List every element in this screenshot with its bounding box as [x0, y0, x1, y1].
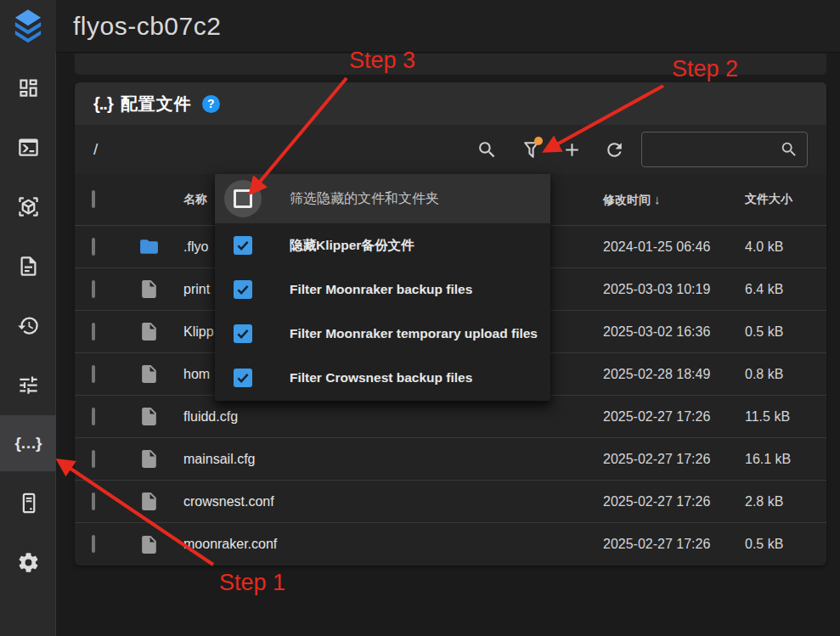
file-icon — [138, 363, 160, 385]
sidebar-item-dashboard[interactable] — [0, 59, 56, 115]
sidebar-item-settings[interactable] — [0, 534, 56, 590]
sidebar-item-system[interactable] — [0, 475, 56, 531]
filter-button[interactable] — [514, 132, 548, 166]
file-size: 11.5 kB — [724, 409, 826, 425]
tune-icon — [17, 374, 40, 397]
column-header-modified[interactable]: 修改时间↓ — [563, 192, 724, 208]
code-braces-icon: {…} — [15, 434, 42, 453]
sidebar-item-console[interactable] — [0, 119, 56, 175]
previous-card-edge — [75, 53, 826, 75]
file-size: 0.8 kB — [724, 367, 826, 382]
check-icon — [235, 282, 251, 297]
row-checkbox[interactable] — [92, 492, 95, 510]
checkbox-checked[interactable] — [234, 280, 252, 299]
menu-item-label: Filter Crowsnest backup files — [290, 370, 472, 386]
file-size: 2.8 kB — [724, 494, 826, 509]
file-name: fluidd.cfg — [172, 409, 563, 425]
refresh-button[interactable] — [597, 132, 631, 166]
search-icon — [780, 140, 798, 159]
check-icon — [235, 238, 251, 253]
checkbox-checked[interactable] — [234, 236, 252, 255]
file-name: crowsnest.conf — [172, 494, 563, 509]
search-box — [641, 132, 808, 167]
code-braces-icon: {..} — [93, 94, 113, 114]
file-modified: 2025-02-27 17:26 — [563, 494, 724, 509]
table-row[interactable]: mainsail.cfg 2025-02-27 17:26 16.1 kB — [75, 438, 826, 481]
column-header-size[interactable]: 文件大小 — [724, 192, 826, 207]
check-icon — [235, 326, 251, 341]
plus-icon — [561, 139, 583, 160]
sidebar-item-configure[interactable]: {…} — [0, 415, 56, 471]
file-name: mainsail.cfg — [172, 452, 563, 467]
sidebar-item-history[interactable] — [0, 297, 56, 353]
file-size: 0.5 kB — [724, 324, 826, 340]
file-icon — [138, 534, 160, 555]
screen: flyos-cb07c2 {…} — [0, 0, 840, 636]
filter-dropdown-menu: 筛选隐藏的文件和文件夹 隐藏Klipper备份文件 Filter Moonrak… — [215, 174, 550, 401]
table-row[interactable]: moonraker.conf 2025-02-27 17:26 0.5 kB — [75, 523, 826, 566]
dashboard-icon — [17, 76, 40, 99]
checkbox-unchecked[interactable] — [234, 189, 252, 208]
app-logo[interactable] — [0, 0, 56, 53]
add-button[interactable] — [555, 132, 589, 166]
select-all-checkbox[interactable] — [92, 190, 95, 208]
menu-item-hide-klipper-backups[interactable]: 隐藏Klipper备份文件 — [215, 223, 550, 267]
file-modified: 2025-02-27 17:26 — [563, 452, 724, 467]
row-checkbox[interactable] — [92, 535, 95, 553]
file-size: 4.0 kB — [724, 239, 826, 255]
file-icon — [138, 279, 160, 300]
menu-item-filter-moonraker-backups[interactable]: Filter Moonraker backup files — [215, 267, 550, 312]
file-name: moonraker.conf — [172, 537, 563, 552]
panel-title: 配置文件 — [121, 93, 192, 115]
row-checkbox[interactable] — [92, 238, 95, 256]
row-checkbox[interactable] — [92, 450, 95, 468]
file-size: 0.5 kB — [724, 537, 826, 552]
panel-header: {..} 配置文件 ? — [75, 82, 826, 125]
page-title: flyos-cb07c2 — [73, 12, 221, 41]
sidebar-item-tune[interactable] — [0, 357, 56, 413]
checkbox-checked[interactable] — [234, 369, 252, 387]
menu-item-label: 筛选隐藏的文件和文件夹 — [290, 190, 439, 208]
search-input[interactable] — [642, 142, 780, 157]
search-button[interactable] — [470, 132, 504, 166]
sidebar-item-jobs[interactable] — [0, 238, 56, 294]
row-checkbox[interactable] — [92, 280, 95, 298]
file-modified: 2025-02-27 17:26 — [563, 409, 724, 425]
file-modified: 2025-02-28 18:49 — [563, 367, 724, 382]
file-document-icon — [17, 255, 40, 278]
layers-logo-icon — [7, 4, 49, 48]
file-size: 16.1 kB — [724, 452, 826, 467]
row-checkbox[interactable] — [92, 408, 95, 425]
console-icon — [17, 136, 40, 159]
file-icon — [138, 448, 160, 470]
row-checkbox[interactable] — [92, 323, 95, 341]
history-icon — [17, 314, 40, 337]
menu-item-filter-hidden[interactable]: 筛选隐藏的文件和文件夹 — [215, 174, 550, 223]
search-icon — [476, 139, 498, 160]
table-row[interactable]: crowsnest.conf 2025-02-27 17:26 2.8 kB — [75, 481, 826, 523]
file-toolbar: / — [75, 125, 826, 174]
sidebar-item-gcode-preview[interactable] — [0, 178, 56, 234]
app-bar: flyos-cb07c2 — [0, 0, 840, 53]
menu-item-label: Filter Moonraker temporary upload files — [290, 326, 538, 341]
server-icon — [17, 492, 40, 515]
folder-icon — [138, 236, 160, 257]
menu-item-filter-crowsnest-backups[interactable]: Filter Crowsnest backup files — [215, 356, 550, 400]
file-modified: 2025-02-27 17:26 — [563, 537, 724, 552]
file-modified: 2024-01-25 06:46 — [563, 239, 724, 255]
row-checkbox[interactable] — [92, 365, 95, 383]
sort-descending-icon: ↓ — [654, 192, 661, 206]
menu-item-label: Filter Moonraker backup files — [290, 282, 472, 297]
table-row[interactable]: fluidd.cfg 2025-02-27 17:26 11.5 kB — [75, 396, 826, 438]
file-icon — [138, 406, 160, 427]
help-icon[interactable]: ? — [202, 95, 220, 113]
file-icon — [138, 321, 160, 342]
sidebar: {…} — [0, 53, 56, 636]
checkbox-checked[interactable] — [234, 324, 252, 343]
file-size: 6.4 kB — [724, 282, 826, 297]
refresh-icon — [604, 139, 625, 160]
file-icon — [138, 491, 160, 512]
file-modified: 2025-03-02 16:36 — [563, 324, 724, 340]
gear-icon — [17, 551, 40, 574]
menu-item-filter-moonraker-temp[interactable]: Filter Moonraker temporary upload files — [215, 312, 550, 356]
